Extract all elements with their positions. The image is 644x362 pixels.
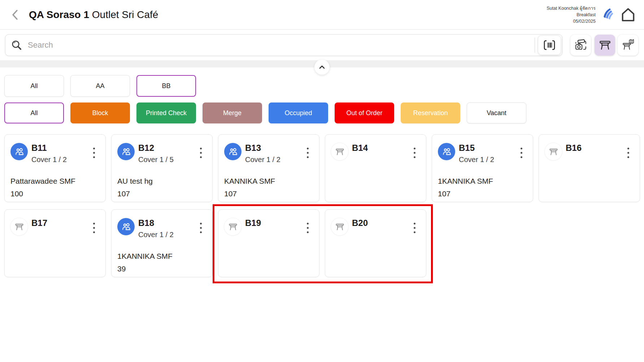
card-menu-button[interactable]	[92, 222, 96, 234]
guest-name: AU test hg	[117, 177, 206, 186]
table-card-b20[interactable]: B20	[325, 209, 426, 277]
filter-printed-check[interactable]: Printed Check	[136, 103, 196, 123]
filter-out-of-order[interactable]: Out of Order	[335, 103, 394, 123]
search-divider	[535, 38, 535, 53]
table-cover: Cover 1 / 2	[31, 156, 67, 164]
guest-name: 1KANNIKA SMF	[438, 177, 527, 186]
table-grid: B11 Cover 1 / 2 Pattarawadee SMF 100 B12…	[0, 134, 642, 277]
guest-number: 100	[10, 189, 100, 198]
table-card-b19[interactable]: B19	[218, 209, 319, 277]
user-name: Sutat Koonchak ผู้จัดการ	[547, 5, 596, 12]
filter-reservation[interactable]: Reservation	[401, 103, 460, 123]
search-icon	[11, 40, 22, 51]
card-menu-button[interactable]	[306, 147, 310, 159]
table-cover: Cover 1 / 2	[459, 156, 494, 164]
table-name: B12	[138, 143, 174, 153]
camera-scan-icon	[574, 39, 587, 52]
table-name: B19	[245, 218, 261, 228]
table-card-b18[interactable]: B18 Cover 1 / 2 1KANNIKA SMF 39	[111, 209, 213, 277]
table-icon	[331, 143, 348, 160]
zone-tab-aa[interactable]: AA	[70, 75, 130, 97]
table-card-b11[interactable]: B11 Cover 1 / 2 Pattarawadee SMF 100	[4, 134, 106, 202]
search-input[interactable]	[27, 40, 535, 50]
table-name: B15	[459, 143, 494, 153]
shift-name: Breakfast	[547, 12, 596, 18]
collapse-filters-button[interactable]	[314, 60, 330, 75]
table-name: B20	[352, 218, 368, 228]
table-card-b17[interactable]: B17	[4, 209, 106, 277]
chevron-up-icon	[319, 65, 325, 69]
session-info: Sutat Koonchak ผู้จัดการ Breakfast 05/02…	[547, 5, 596, 25]
table-name: B18	[138, 218, 174, 228]
collapse-strip	[0, 60, 644, 67]
home-icon	[620, 6, 636, 23]
camera-scan-button[interactable]	[570, 35, 591, 56]
search-toolbar	[0, 30, 644, 56]
guest-number: 107	[224, 189, 313, 198]
table-card-b14[interactable]: B14	[325, 134, 426, 202]
people-icon	[224, 143, 242, 160]
barcode-icon	[543, 40, 556, 51]
people-icon	[117, 143, 135, 160]
table-view-button-selected[interactable]	[595, 35, 615, 56]
table-icon	[545, 143, 562, 160]
brand-logo-icon	[601, 7, 614, 22]
table-cover: Cover 1 / 2	[138, 231, 174, 239]
card-menu-button[interactable]	[199, 147, 203, 159]
people-icon	[438, 143, 455, 160]
card-menu-button[interactable]	[92, 147, 96, 159]
guest-number: 39	[117, 265, 206, 273]
zone-tabs: All AA BB	[0, 75, 644, 97]
search-box	[5, 34, 562, 56]
filter-vacant[interactable]: Vacant	[467, 103, 526, 123]
table-icon	[331, 218, 348, 235]
card-menu-button[interactable]	[306, 222, 310, 234]
table-name: B11	[31, 143, 67, 153]
table-name: B14	[352, 143, 368, 153]
card-menu-button[interactable]	[413, 147, 417, 159]
table-card-b16[interactable]: B16	[539, 134, 640, 202]
barcode-scan-button[interactable]	[538, 35, 561, 55]
card-menu-button[interactable]	[626, 147, 630, 159]
table-icon	[224, 218, 242, 235]
home-button[interactable]	[619, 6, 637, 23]
table-card-b13[interactable]: B13 Cover 1 / 2 KANNIKA SMF 107	[218, 134, 319, 202]
guest-number: 107	[438, 189, 527, 198]
table-name: B16	[566, 143, 582, 153]
card-menu-button[interactable]	[199, 222, 203, 234]
table-name: B17	[31, 218, 47, 228]
guest-name: 1KANNIKA SMF	[117, 252, 206, 261]
filter-all[interactable]: All	[4, 103, 64, 123]
card-menu-button[interactable]	[519, 147, 523, 159]
table-icon	[10, 218, 28, 235]
table-cover: Cover 1 / 5	[138, 156, 174, 164]
business-date: 05/02/2025	[547, 18, 596, 25]
filter-occupied[interactable]: Occupied	[269, 103, 328, 123]
chevron-left-icon	[10, 9, 20, 21]
table-icon	[599, 39, 612, 52]
page-title: QA Soraso 1 Outlet Sri Café	[29, 9, 158, 21]
app-header: QA Soraso 1 Outlet Sri Café Sutat Koonch…	[0, 0, 644, 30]
guest-name: Pattarawadee SMF	[10, 177, 100, 186]
card-menu-button[interactable]	[413, 222, 417, 234]
guest-number: 107	[117, 189, 206, 198]
table-card-b15[interactable]: B15 Cover 1 / 2 1KANNIKA SMF 107	[432, 134, 533, 202]
back-button[interactable]	[9, 8, 22, 22]
filter-block[interactable]: Block	[70, 103, 130, 123]
status-filters: All Block Printed Check Merge Occupied O…	[0, 103, 644, 123]
table-cover: Cover 1 / 2	[245, 156, 280, 164]
zone-tab-all[interactable]: All	[4, 75, 64, 97]
table-card-b12[interactable]: B12 Cover 1 / 5 AU test hg 107	[111, 134, 213, 202]
table-name: B13	[245, 143, 280, 153]
people-icon	[117, 218, 135, 235]
guest-name: KANNIKA SMF	[224, 177, 313, 186]
zone-tab-bb[interactable]: BB	[136, 75, 196, 97]
table-map-icon	[622, 39, 635, 52]
table-map-view-button[interactable]	[618, 35, 638, 56]
filter-merge[interactable]: Merge	[203, 103, 262, 123]
people-icon	[10, 143, 28, 160]
